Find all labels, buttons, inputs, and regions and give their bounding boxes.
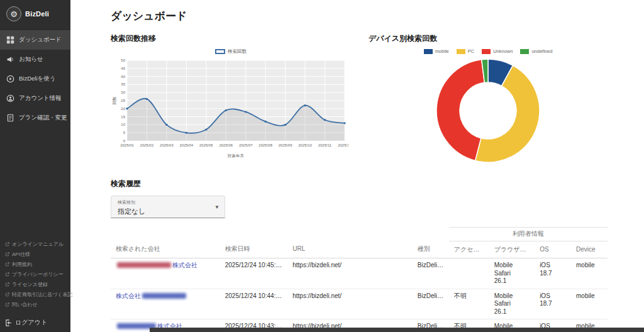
svg-text:回数: 回数	[112, 96, 116, 105]
chevron-down-icon: ▼	[214, 204, 219, 210]
legend-swatch	[482, 49, 491, 54]
svg-text:2025/12: 2025/12	[338, 143, 348, 147]
legend-item-PC[interactable]: PC	[457, 48, 474, 54]
col-url: URL	[287, 241, 413, 258]
device-chart-title: デバイス別検索回数	[369, 33, 608, 44]
footer-link-label: オンラインマニュアル	[12, 241, 64, 248]
column-header-row: 検索された会社検索日時URL種別アクセス元ブラウザ情報OSDevice	[111, 241, 608, 258]
footer-link-5[interactable]: 特定商取引法に基づく表記	[0, 289, 70, 299]
svg-text:2025/02: 2025/02	[140, 143, 154, 147]
svg-text:25: 25	[121, 99, 125, 102]
launch-icon	[5, 282, 9, 287]
donut-chart-body: mobile PC Unknown undefined	[369, 47, 608, 165]
svg-text:2025/03: 2025/03	[160, 143, 174, 147]
footer-link-1[interactable]: API仕様	[0, 249, 70, 259]
cell-device: mobile	[571, 289, 608, 319]
app-name: BizDeli	[25, 10, 49, 18]
dashboard-icon	[6, 36, 14, 44]
svg-text:2025/01: 2025/01	[120, 143, 134, 147]
cell-url: https://bizdeli.net/	[287, 258, 413, 289]
sidebar-item-label: BizDeliを使う	[19, 75, 56, 83]
col-type: 種別	[413, 241, 449, 258]
svg-text:10: 10	[121, 123, 125, 126]
footer-link-6[interactable]: 問い合わせ	[0, 299, 70, 309]
select-value: 指定なし	[118, 207, 209, 216]
svg-text:2025/11: 2025/11	[318, 143, 332, 147]
play-circle-icon	[6, 75, 14, 83]
col-browser: ブラウザ情報	[489, 241, 535, 258]
group-header-row: 利用者情報	[111, 228, 608, 241]
col-os: OS	[535, 241, 571, 258]
svg-text:2025/05: 2025/05	[199, 143, 213, 147]
legend-item-undefined[interactable]: undefined	[520, 48, 552, 54]
svg-text:50: 50	[121, 58, 125, 62]
bizdeli-logo-icon: ⚙	[6, 6, 21, 21]
svg-text:2025/10: 2025/10	[298, 143, 312, 147]
sidebar-nav: ダッシュボード お知らせ BizDeliを使う アカウント情報 プラン確認・変更	[0, 30, 70, 128]
legend-label: 検索回数	[228, 48, 247, 55]
sidebar-item-use-bizdeli[interactable]: BizDeliを使う	[0, 69, 70, 89]
cell-type: BizDeli JS	[413, 258, 449, 289]
cell-os: iOS18.7	[535, 258, 571, 289]
sidebar-item-plan[interactable]: プラン確認・変更	[0, 108, 70, 128]
cell-os: iOS18.7	[535, 289, 571, 319]
device-chart-section: デバイス別検索回数 mobile PC Unknown undefined	[369, 33, 608, 165]
user-info-group-header: 利用者情報	[449, 228, 608, 241]
sidebar-item-dashboard[interactable]: ダッシュボード	[0, 30, 70, 50]
col-device: Device	[571, 241, 608, 258]
company-link[interactable]: 株式会社	[116, 292, 187, 299]
cell-type: BizDeli JS	[413, 289, 449, 319]
donut-chart-legend: mobile PC Unknown undefined	[424, 47, 553, 56]
account-icon	[6, 94, 14, 102]
footer-link-4[interactable]: ライセンス登録	[0, 279, 70, 289]
svg-text:2025/07: 2025/07	[239, 143, 253, 147]
svg-text:2025/08: 2025/08	[258, 143, 272, 147]
footer-link-0[interactable]: オンラインマニュアル	[0, 239, 70, 249]
line-chart-legend: 検索回数	[111, 47, 351, 56]
cell-url: https://bizdeli.net/	[287, 289, 413, 319]
legend-label: PC	[468, 48, 474, 54]
footer-link-label: プライバシーポリシー	[12, 271, 64, 278]
legend-swatch	[520, 49, 529, 54]
sidebar-footer-links: オンラインマニュアル API仕様 利用規約 プライバシーポリシー ライセンス登録…	[0, 239, 70, 309]
footer-link-3[interactable]: プライバシーポリシー	[0, 269, 70, 279]
charts-row: 検索回数推移 検索回数 051015202530354045502025/012…	[111, 33, 608, 165]
trend-chart-section: 検索回数推移 検索回数 051015202530354045502025/012…	[111, 33, 351, 162]
legend-swatch	[424, 49, 433, 54]
bottom-bar	[150, 328, 644, 332]
footer-link-label: API仕様	[12, 251, 30, 258]
cell-browser: Mobile Safari26.1	[489, 289, 535, 319]
cell-access: 不明	[449, 289, 489, 319]
cell-datetime: 2025/12/24 10:45:44	[220, 258, 288, 289]
cell-browser: Mobile Safari26.1	[489, 258, 535, 289]
sidebar-item-account[interactable]: アカウント情報	[0, 89, 70, 108]
legend-label: Unknown	[493, 48, 513, 54]
launch-icon	[5, 292, 9, 297]
legend-item-Unknown[interactable]: Unknown	[482, 48, 513, 54]
search-type-select[interactable]: 検索種別 指定なし ▼	[111, 196, 225, 218]
cell-datetime: 2025/12/24 10:44:56	[220, 289, 288, 319]
company-link[interactable]: 株式会社	[116, 262, 197, 268]
main-content: ダッシュボード 検索回数推移 検索回数 05101520253035404550…	[70, 0, 644, 332]
legend-item[interactable]: 検索回数	[215, 48, 247, 55]
table-row: 株式会社 2025/12/24 10:44:56 https://bizdeli…	[111, 289, 608, 319]
logout-icon	[5, 319, 12, 326]
svg-text:30: 30	[121, 91, 125, 94]
history-title: 検索履歴	[111, 179, 608, 189]
footer-link-2[interactable]: 利用規約	[0, 259, 70, 269]
plan-icon	[6, 114, 14, 122]
sidebar-item-label: プラン確認・変更	[19, 114, 67, 122]
svg-text:0: 0	[123, 139, 126, 143]
svg-text:40: 40	[121, 75, 125, 79]
announcement-icon	[6, 55, 14, 64]
footer-link-label: 特定商取引法に基づく表記	[12, 291, 73, 298]
legend-item-mobile[interactable]: mobile	[424, 48, 449, 54]
redacted-text	[117, 262, 171, 268]
svg-text:15: 15	[121, 115, 125, 119]
page-title: ダッシュボード	[111, 9, 608, 23]
sidebar-item-news[interactable]: お知らせ	[0, 50, 70, 69]
donut-slice-Unknown	[436, 60, 484, 161]
logout-button[interactable]: ログアウト	[5, 318, 47, 327]
launch-icon	[5, 272, 9, 277]
sidebar: ⚙ BizDeli ダッシュボード お知らせ BizDeliを使う アカウント情…	[0, 0, 70, 332]
